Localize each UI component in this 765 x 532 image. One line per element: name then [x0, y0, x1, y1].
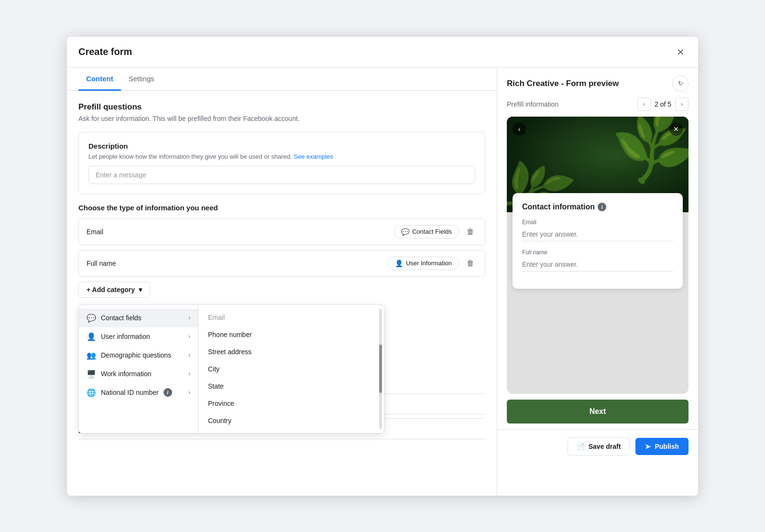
modal-header: Create form ✕: [67, 37, 698, 68]
scrollbar-thumb[interactable]: [379, 345, 382, 393]
left-content: Prefill questions Ask for user informati…: [67, 91, 497, 496]
publish-label: Publish: [655, 443, 679, 450]
user-info-cat-icon: 👤: [87, 332, 96, 341]
demographic-cat-label: Demographic questions: [101, 351, 171, 359]
chevron-right-icon-1: ›: [188, 333, 190, 340]
category-dropdown: 💬 Contact fields › 👤 User information: [78, 304, 384, 434]
preview-back-button[interactable]: ‹: [513, 122, 526, 136]
refresh-button[interactable]: ↻: [672, 76, 688, 92]
preview-nav: Prefill information ‹ 2 of 5 ›: [497, 92, 698, 117]
user-info-icon: 👤: [395, 260, 403, 267]
see-examples-link[interactable]: See examples: [294, 153, 333, 160]
preview-card: Contact information i Email Full name: [513, 193, 683, 289]
preview-email-field: Email: [522, 219, 673, 241]
add-category-label: + Add category: [87, 286, 135, 293]
preview-email-input[interactable]: [522, 228, 673, 241]
nav-next-button[interactable]: ›: [675, 98, 688, 111]
info-type-label: Choose the type of information you need: [78, 204, 485, 212]
email-field-row: Email 💬 Contact Fields 🗑: [78, 218, 485, 245]
description-card: Description Let people know how the info…: [78, 132, 485, 194]
publish-icon: ➤: [645, 443, 651, 450]
right-panel: Rich Creative - Form preview ↻ Prefill i…: [497, 68, 698, 496]
user-info-label: User Information: [406, 260, 452, 267]
contact-fields-icon: 💬: [401, 228, 409, 236]
preview-email-label: Email: [522, 219, 673, 226]
bottom-actions: 📄 Save draft ➤ Publish: [497, 429, 698, 463]
nav-prev-button[interactable]: ‹: [637, 98, 651, 111]
add-category-button[interactable]: + Add category ▾: [78, 282, 150, 298]
field-state[interactable]: State: [198, 378, 384, 395]
cat-national-id[interactable]: 🌐 National ID number i ›: [79, 383, 198, 402]
preview-fullname-field: Full name: [522, 249, 673, 271]
create-form-modal: Create form ✕ Content Settings Prefill q…: [67, 37, 698, 496]
tab-bar: Content Settings: [67, 68, 497, 91]
field-province[interactable]: Province: [198, 395, 384, 412]
chevron-right-icon-0: ›: [188, 315, 190, 321]
delete-email-button[interactable]: 🗑: [464, 225, 477, 239]
contact-info-title: Contact information i: [522, 203, 673, 211]
preview-nav-pages: ‹ 2 of 5 ›: [637, 98, 688, 111]
field-city[interactable]: City: [198, 360, 384, 378]
tab-settings[interactable]: Settings: [121, 68, 162, 91]
delete-fullname-button[interactable]: 🗑: [464, 256, 477, 271]
field-street[interactable]: Street address: [198, 343, 384, 360]
chevron-right-icon-4: ›: [188, 389, 190, 396]
user-info-cat-label: User information: [101, 333, 150, 340]
next-button[interactable]: Next: [507, 400, 688, 423]
user-information-tag[interactable]: 👤 User Information: [388, 257, 459, 270]
cat-work-information[interactable]: 🖥️ Work information ›: [79, 365, 198, 383]
fullname-field-label: Full name: [87, 260, 388, 267]
work-info-cat-label: Work information: [101, 370, 152, 378]
national-id-cat-icon: 🌐: [87, 388, 96, 397]
left-panel: Content Settings Prefill questions Ask f…: [67, 68, 497, 496]
prefill-desc: Ask for user information. This will be p…: [78, 115, 485, 122]
save-draft-button[interactable]: 📄 Save draft: [568, 437, 630, 456]
close-button[interactable]: ✕: [675, 44, 687, 60]
email-field-label: Email: [87, 228, 394, 236]
message-input[interactable]: [88, 166, 475, 184]
national-id-cat-label: National ID number: [101, 389, 159, 396]
work-info-cat-icon: 🖥️: [87, 369, 96, 379]
cat-user-information[interactable]: 👤 User information ›: [79, 327, 198, 346]
chevron-right-icon-3: ›: [188, 370, 190, 377]
description-card-desc: Let people know how the information they…: [88, 153, 475, 160]
fullname-field-row: Full name 👤 User Information 🗑: [78, 250, 485, 277]
add-category-container: + Add category ▾ 💬 Contact fields ›: [78, 282, 485, 298]
contact-fields-label: Contact Fields: [412, 228, 452, 235]
publish-button[interactable]: ➤ Publish: [635, 438, 688, 455]
preview-nav-label: Prefill information: [507, 100, 558, 108]
save-draft-label: Save draft: [589, 443, 621, 450]
preview-close-button[interactable]: ✕: [669, 122, 683, 136]
modal-body: Content Settings Prefill questions Ask f…: [67, 68, 698, 496]
preview-fullname-input[interactable]: [522, 258, 673, 271]
preview-header: Rich Creative - Form preview ↻: [497, 68, 698, 92]
demographic-cat-icon: 👥: [87, 351, 96, 360]
tab-content[interactable]: Content: [78, 68, 121, 91]
preview-pages: 2 of 5: [655, 100, 671, 108]
national-id-info-icon: i: [164, 388, 172, 397]
contact-info-icon: i: [598, 203, 606, 211]
description-card-title: Description: [88, 142, 475, 150]
field-country[interactable]: Country: [198, 412, 384, 429]
prefill-title: Prefill questions: [78, 102, 485, 112]
cat-contact-fields[interactable]: 💬 Contact fields ›: [79, 309, 198, 327]
field-email[interactable]: Email: [198, 309, 384, 326]
modal-title: Create form: [78, 46, 132, 57]
scrollbar-track: [379, 309, 382, 429]
chevron-right-icon-2: ›: [188, 352, 190, 358]
field-list: Email Phone number Street address City S…: [198, 305, 384, 433]
preview-phone: 🌿 🌿 ‹ ✕ Contact information i Email: [507, 117, 688, 394]
dropdown-arrow-icon: ▾: [139, 286, 142, 293]
contact-fields-cat-label: Contact fields: [101, 314, 142, 322]
cat-demographic[interactable]: 👥 Demographic questions ›: [79, 346, 198, 365]
save-draft-icon: 📄: [577, 443, 585, 450]
contact-fields-cat-icon: 💬: [87, 314, 96, 323]
preview-title: Rich Creative - Form preview: [507, 79, 619, 88]
preview-fullname-label: Full name: [522, 249, 673, 256]
contact-fields-tag[interactable]: 💬 Contact Fields: [394, 225, 459, 239]
field-phone[interactable]: Phone number: [198, 326, 384, 343]
category-list: 💬 Contact fields › 👤 User information: [79, 305, 198, 433]
